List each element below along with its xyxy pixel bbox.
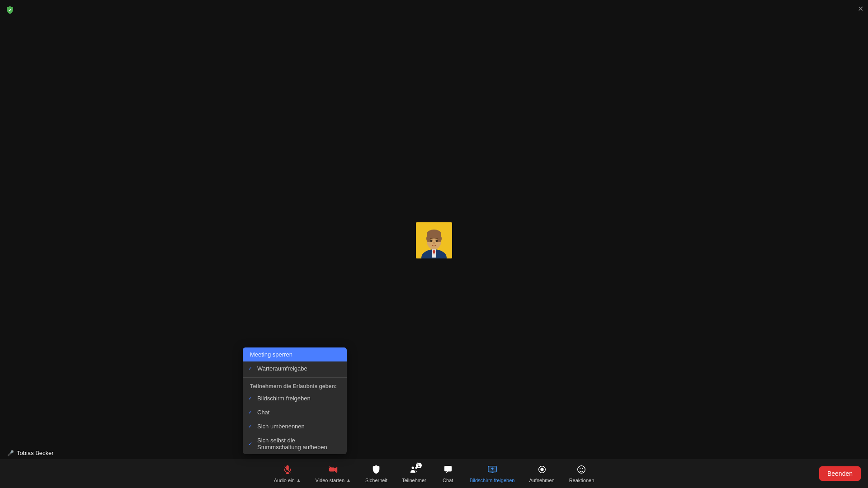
end-button-container: Beenden — [819, 466, 861, 481]
menu-section-header: Teilnehmern die Erlaubnis geben: — [243, 380, 347, 391]
participants-icon: 1 ▲ — [409, 465, 419, 477]
user-name: Tobias Becker — [17, 450, 54, 456]
muted-icon: 🎤 — [7, 450, 14, 456]
svg-point-27 — [582, 468, 583, 469]
audio-label: Audio ein — [274, 478, 295, 483]
end-meeting-button[interactable]: Beenden — [819, 466, 861, 481]
chat-icon — [443, 465, 453, 477]
toolbar: Audio ein ▲ Video starten ▲ — [0, 459, 868, 488]
screen-share-label: Bildschirm freigeben — [470, 478, 515, 483]
participants-chevron[interactable]: ▲ — [415, 461, 420, 466]
svg-point-9 — [430, 240, 433, 242]
menu-item-chat[interactable]: ✓ Chat — [243, 405, 347, 419]
reactions-label: Reaktionen — [569, 478, 594, 483]
menu-waiting-label: Warteraumfreigabe — [257, 365, 307, 372]
chat-label: Chat — [443, 478, 453, 483]
security-icon — [371, 465, 381, 477]
record-button[interactable]: Aufnehmen — [523, 462, 561, 486]
menu-lock-label: Meeting sperren — [250, 351, 292, 358]
microphone-icon — [283, 465, 292, 477]
security-label: Sicherheit — [365, 478, 387, 483]
menu-chat-label: Chat — [257, 409, 269, 416]
participants-button[interactable]: 1 ▲ Teilnehmer — [396, 462, 433, 486]
security-button[interactable]: Sicherheit — [359, 462, 394, 486]
menu-divider — [243, 377, 347, 378]
record-icon — [537, 465, 547, 477]
menu-rename-label: Sich umbenennen — [257, 423, 305, 430]
video-chevron[interactable]: ▲ — [346, 478, 351, 483]
security-shield-icon — [5, 5, 14, 17]
video-camera-icon — [328, 465, 338, 477]
menu-unmute-label: Sich selbst die Stummschaltung aufheben — [257, 437, 340, 450]
check-icon-unmute: ✓ — [248, 441, 252, 447]
svg-rect-22 — [488, 466, 496, 472]
screen-share-button[interactable]: Bildschirm freigeben — [463, 462, 521, 486]
menu-item-unmute[interactable]: ✓ Sich selbst die Stummschaltung aufhebe… — [243, 433, 347, 454]
video-button[interactable]: Video starten ▲ — [309, 462, 357, 486]
avatar-container — [416, 222, 452, 258]
check-icon-waiting: ✓ — [248, 366, 252, 371]
check-icon-chat: ✓ — [248, 409, 252, 415]
chat-button[interactable]: Chat — [434, 462, 462, 486]
audio-chevron[interactable]: ▲ — [297, 478, 301, 483]
screen-share-icon — [487, 465, 497, 477]
menu-item-lock[interactable]: Meeting sperren — [243, 347, 347, 361]
participants-label: Teilnehmer — [402, 478, 426, 483]
check-icon-screen: ✓ — [248, 395, 252, 401]
reactions-icon — [576, 465, 586, 477]
svg-point-24 — [540, 468, 543, 471]
security-dropdown-menu: Meeting sperren ✓ Warteraumfreigabe Teil… — [243, 347, 347, 454]
check-icon-rename: ✓ — [248, 423, 252, 429]
user-label: 🎤 Tobias Becker — [7, 450, 54, 456]
audio-button[interactable]: Audio ein ▲ — [268, 462, 307, 486]
reactions-button[interactable]: Reaktionen — [563, 462, 601, 486]
video-label: Video starten — [315, 478, 344, 483]
close-button[interactable]: ✕ — [858, 5, 863, 13]
svg-point-10 — [436, 240, 438, 242]
menu-item-rename[interactable]: ✓ Sich umbenennen — [243, 419, 347, 433]
avatar — [416, 222, 452, 258]
main-video-area: ✕ — [0, 0, 868, 488]
menu-screen-label: Bildschirm freigeben — [257, 395, 311, 402]
menu-item-screen-share[interactable]: ✓ Bildschirm freigeben — [243, 391, 347, 405]
menu-item-waiting-room[interactable]: ✓ Warteraumfreigabe — [243, 361, 347, 375]
svg-point-18 — [411, 466, 414, 469]
svg-point-26 — [580, 468, 581, 469]
record-label: Aufnehmen — [529, 478, 554, 483]
